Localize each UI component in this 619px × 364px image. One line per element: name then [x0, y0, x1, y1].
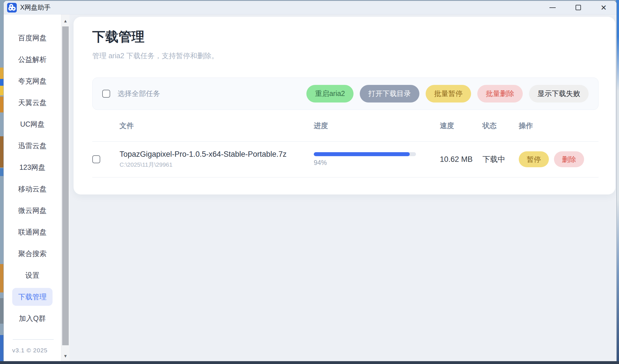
- minimize-button[interactable]: [540, 1, 565, 14]
- download-manager-panel: 下载管理 管理 aria2 下载任务，支持暂停和删除。 选择全部任务 重启ari…: [74, 17, 615, 194]
- progress-cell: 94%: [314, 152, 416, 167]
- version-text: v3.1 © 2025: [4, 347, 61, 354]
- close-button[interactable]: ✕: [591, 1, 616, 14]
- status-value: 下载中: [482, 154, 519, 164]
- restart-aria2-button[interactable]: 重启aria2: [306, 85, 354, 102]
- page-subtitle: 管理 aria2 下载任务，支持暂停和删除。: [92, 51, 599, 60]
- maximize-button[interactable]: [565, 1, 591, 14]
- sidebar-item-join-qq-group[interactable]: 加入Q群: [4, 307, 61, 329]
- select-all-label: 选择全部任务: [118, 89, 160, 98]
- batch-delete-button[interactable]: 批量删除: [477, 85, 523, 102]
- progress-fill: [314, 152, 410, 156]
- row-checkbox[interactable]: [92, 155, 100, 163]
- select-all-checkbox[interactable]: [102, 90, 110, 98]
- col-header-speed: 速度: [440, 121, 482, 130]
- table-row: TopazGigapixel-Pro-1.0.5-x64-Stable-Port…: [92, 142, 599, 177]
- table-header: 文件 进度 速度 状态 操作: [92, 110, 599, 142]
- minimize-icon: [549, 7, 556, 8]
- sidebar-item-weiyun[interactable]: 微云网盘: [4, 200, 61, 221]
- sidebar-item-yidong[interactable]: 移动云盘: [4, 178, 61, 200]
- batch-pause-button[interactable]: 批量暂停: [426, 85, 471, 102]
- file-name: TopazGigapixel-Pro-1.0.5-x64-Stable-Port…: [120, 150, 314, 159]
- col-header-status: 状态: [482, 121, 519, 130]
- pause-button[interactable]: 暂停: [519, 151, 549, 167]
- col-header-actions: 操作: [519, 121, 599, 130]
- sidebar-item-baidu[interactable]: 百度网盘: [4, 27, 61, 49]
- sidebar: 百度网盘 公益解析 夸克网盘 天翼云盘 UC网盘 迅雷云盘 123网盘 移动云盘…: [4, 14, 61, 361]
- sidebar-item-123pan[interactable]: 123网盘: [4, 156, 61, 178]
- footer-divider: [13, 339, 54, 340]
- task-toolbar: 选择全部任务 重启aria2 打开下载目录 批量暂停 批量删除 显示下载失败: [92, 78, 599, 110]
- maximize-icon: [576, 5, 581, 10]
- page-title: 下载管理: [92, 29, 599, 44]
- sidebar-item-gongyi[interactable]: 公益解析: [4, 49, 61, 70]
- app-window: X网盘助手 ✕ 百度网盘 公益解析 夸克网盘 天翼云盘 UC网盘 迅雷云盘 12…: [3, 1, 617, 361]
- desktop-wallpaper-left-edge: [0, 0, 3, 364]
- sidebar-item-settings[interactable]: 设置: [4, 264, 61, 286]
- sidebar-scrollbar[interactable]: ▲ ▼: [61, 14, 70, 361]
- progress-label: 94%: [314, 159, 416, 167]
- sidebar-item-kuake[interactable]: 夸克网盘: [4, 70, 61, 92]
- open-download-dir-button[interactable]: 打开下载目录: [360, 85, 419, 102]
- col-header-file: 文件: [120, 121, 314, 130]
- show-failed-button[interactable]: 显示下载失败: [529, 85, 589, 102]
- speed-value: 10.62 MB: [440, 155, 482, 164]
- main-area: 下载管理 管理 aria2 下载任务，支持暂停和删除。 选择全部任务 重启ari…: [70, 14, 616, 361]
- sidebar-footer: v3.1 © 2025: [4, 339, 61, 354]
- progress-track: [314, 152, 416, 156]
- row-actions: 暂停 删除: [519, 151, 599, 167]
- delete-button[interactable]: 删除: [554, 151, 584, 167]
- sidebar-item-download-manager[interactable]: 下载管理: [4, 286, 61, 307]
- close-icon: ✕: [601, 4, 607, 11]
- col-header-progress: 进度: [314, 121, 440, 130]
- titlebar: X网盘助手 ✕: [4, 1, 616, 14]
- scrollbar-thumb[interactable]: [62, 26, 69, 345]
- scroll-up-icon[interactable]: ▲: [61, 18, 70, 23]
- sidebar-item-juhe-search[interactable]: 聚合搜索: [4, 243, 61, 264]
- app-logo-icon: [7, 3, 17, 12]
- window-controls: ✕: [540, 1, 616, 14]
- scroll-down-icon[interactable]: ▼: [61, 353, 70, 358]
- window-title: X网盘助手: [20, 3, 51, 12]
- file-path: C:\2025\11月\29961: [120, 161, 314, 169]
- sidebar-item-liantong[interactable]: 联通网盘: [4, 221, 61, 243]
- sidebar-item-uc[interactable]: UC网盘: [4, 113, 61, 135]
- desktop-wallpaper-bottom-edge: [0, 361, 619, 364]
- sidebar-item-xunlei[interactable]: 迅雷云盘: [4, 135, 61, 156]
- sidebar-item-tianyi[interactable]: 天翼云盘: [4, 92, 61, 113]
